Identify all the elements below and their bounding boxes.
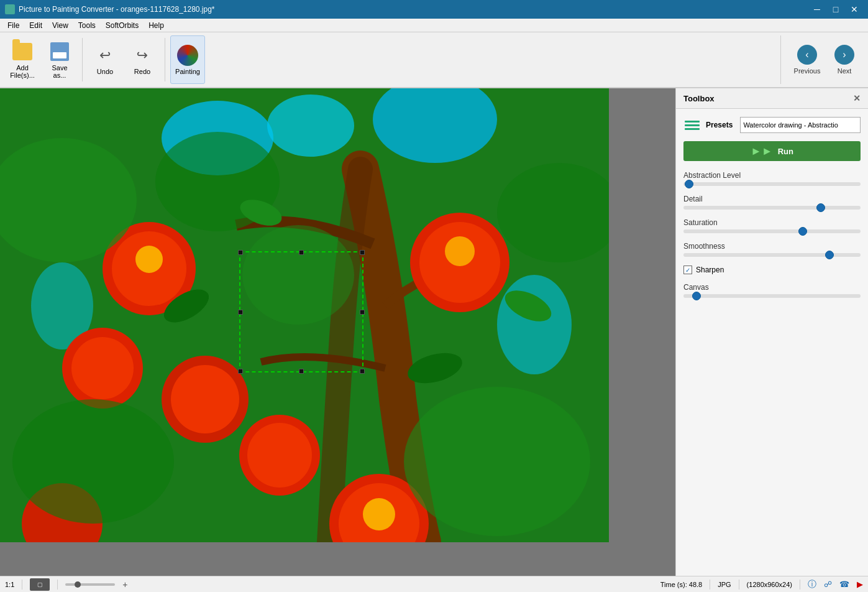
close-button[interactable]: ✕ (846, 1, 863, 18)
saturation-track[interactable] (683, 229, 861, 233)
svg-point-15 (247, 423, 312, 488)
menu-file[interactable]: File (2, 20, 24, 31)
folder-icon (12, 43, 32, 60)
canvas-image (0, 88, 675, 576)
undo-icon: ↩ (94, 44, 116, 67)
facebook-icon[interactable]: ☍ (824, 580, 832, 589)
menu-softorbits[interactable]: SoftOrbits (101, 20, 144, 31)
canvas-group: Canvas (683, 283, 861, 298)
toolbar: Add File(s)... Save as... ↩ Undo ↩ Redo … (0, 32, 868, 88)
svg-point-25 (12, 399, 174, 524)
zoom-ratio-label: 1:1 (5, 581, 14, 588)
svg-point-21 (363, 498, 395, 530)
main-area: Toolbox ✕ Presets Watercolor drawing - A… (0, 88, 868, 576)
abstraction-level-group: Abstraction Level (683, 171, 861, 186)
menu-tools[interactable]: Tools (73, 20, 101, 31)
twitter-icon[interactable]: ☎ (839, 580, 849, 589)
painting-label: Painting (175, 68, 200, 75)
previous-button[interactable]: ‹ Previous (788, 35, 826, 84)
sharpen-row: ✓ Sharpen (683, 266, 861, 274)
redo-icon: ↩ (131, 44, 153, 67)
title-bar-left: Picture to Painting Converter - oranges-… (5, 4, 215, 14)
toolbar-divider-1 (82, 38, 83, 81)
saturation-thumb[interactable] (798, 227, 807, 236)
next-arrow-icon: › (834, 45, 854, 65)
toolbar-divider-2 (165, 38, 165, 81)
svg-point-19 (135, 246, 163, 273)
add-files-label: Add File(s)... (8, 64, 37, 79)
painting-icon (176, 44, 199, 67)
detail-label: Detail (683, 195, 861, 203)
run-label: Run (778, 147, 793, 156)
painting-button[interactable]: Painting (170, 35, 205, 84)
zoom-slider[interactable] (65, 583, 115, 586)
presets-label: Presets (706, 121, 733, 129)
menu-edit[interactable]: Edit (24, 20, 47, 31)
save-as-label: Save as... (45, 64, 74, 79)
format-label: JPG (718, 581, 731, 588)
menu-view[interactable]: View (47, 20, 73, 31)
smoothness-thumb[interactable] (825, 251, 834, 259)
smoothness-label: Smoothness (683, 242, 861, 251)
minimize-button[interactable]: ─ (808, 1, 826, 18)
smoothness-track[interactable] (683, 253, 861, 257)
svg-point-24 (242, 225, 354, 325)
info-icon[interactable]: ⓘ (808, 579, 816, 590)
toolbox-body: Presets Watercolor drawing - Abstractio … (676, 109, 868, 314)
toolbox-panel: Toolbox ✕ Presets Watercolor drawing - A… (675, 88, 868, 576)
undo-button[interactable]: ↩ Undo (88, 35, 122, 84)
time-label: Time (s): 48.8 (660, 581, 702, 588)
canvas-thumb[interactable] (692, 292, 701, 300)
toolbox-title: Toolbox (683, 94, 715, 103)
presets-select[interactable]: Watercolor drawing - Abstractio Oil pain… (740, 117, 861, 133)
status-sep-2 (57, 580, 58, 590)
detail-track[interactable] (683, 206, 861, 210)
menu-help[interactable]: Help (144, 20, 169, 31)
abstraction-level-track[interactable] (683, 182, 861, 186)
add-files-icon (11, 40, 34, 63)
svg-point-26 (404, 387, 590, 536)
status-zoom: 1:1 (5, 581, 14, 588)
redo-button[interactable]: ↩ Redo (125, 35, 160, 84)
status-sep-3 (710, 580, 710, 590)
sharpen-checkbox[interactable]: ✓ (683, 266, 692, 274)
detail-group: Detail (683, 195, 861, 210)
toolbar-nav: ‹ Previous › Next (780, 35, 863, 84)
youtube-icon[interactable]: ▶ (857, 580, 863, 589)
run-button[interactable]: ►► Run (683, 141, 861, 161)
next-button[interactable]: › Next (826, 35, 863, 84)
dimensions-label: (1280x960x24) (747, 581, 792, 588)
toolbox-close-button[interactable]: ✕ (853, 93, 861, 103)
floppy-icon (50, 42, 69, 61)
presets-icon (683, 116, 701, 134)
add-files-button[interactable]: Add File(s)... (5, 35, 40, 84)
save-as-button[interactable]: Save as... (42, 35, 77, 84)
canvas-area[interactable] (0, 88, 675, 576)
canvas-track[interactable] (683, 294, 861, 298)
title-bar: Picture to Painting Converter - oranges-… (0, 0, 868, 19)
toolbox-header: Toolbox ✕ (676, 88, 868, 109)
menu-bar: File Edit View Tools SoftOrbits Help (0, 19, 868, 32)
svg-point-9 (71, 337, 134, 399)
saturation-label: Saturation (683, 218, 861, 227)
detail-thumb[interactable] (816, 203, 825, 212)
status-sep-4 (739, 580, 739, 590)
maximize-button[interactable]: □ (827, 1, 844, 18)
svg-point-4 (497, 275, 572, 374)
previous-label: Previous (794, 67, 821, 75)
zoom-thumb[interactable] (75, 581, 81, 588)
canvas-label: Canvas (683, 283, 861, 292)
abstraction-level-label: Abstraction Level (683, 171, 861, 180)
zoom-in-button[interactable]: + (122, 580, 127, 590)
app-icon (5, 4, 15, 14)
svg-point-2 (267, 95, 354, 157)
status-sep-5 (800, 580, 800, 590)
view-mode-button[interactable]: ▢ (30, 578, 50, 591)
save-as-icon (48, 40, 71, 63)
svg-point-13 (171, 365, 239, 433)
title-bar-controls: ─ □ ✕ (808, 1, 863, 18)
previous-arrow-icon: ‹ (797, 45, 817, 65)
svg-point-20 (445, 236, 475, 266)
painting-circle-icon (177, 45, 198, 66)
abstraction-level-thumb[interactable] (685, 180, 693, 188)
